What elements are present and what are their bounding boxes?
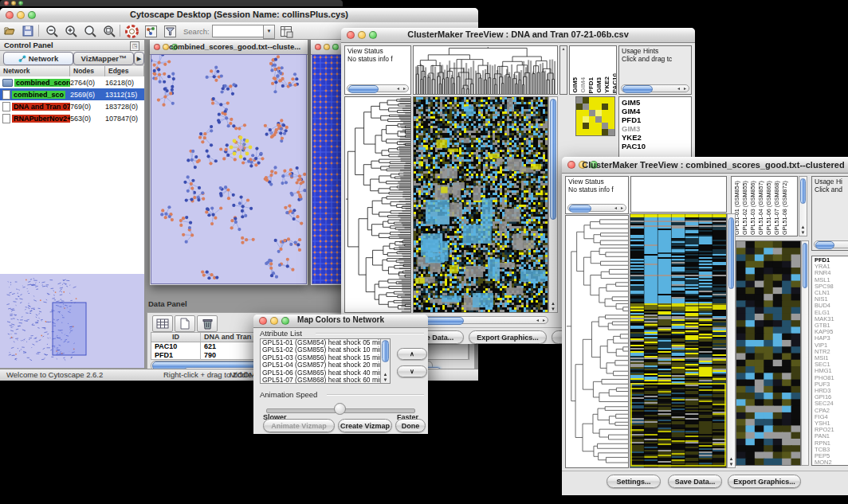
done-button[interactable]: Done — [395, 419, 426, 432]
col-nodes[interactable]: Nodes — [70, 66, 105, 76]
scrollbar-thumb[interactable] — [622, 85, 653, 93]
attribute-list-box[interactable]: GPL51-01 (GSM854) heat shock 05 minGPL51… — [260, 338, 391, 384]
minimize-icon[interactable] — [163, 44, 169, 50]
animate-vizmap-button[interactable]: Animate Vizmap — [263, 419, 335, 432]
tv2-gene-list[interactable]: PFD1YRA1RNR4MSL1SPC98CLN1NIS1BUD4ELG1MAK… — [811, 256, 848, 466]
scrollbar-thumb[interactable] — [569, 205, 591, 213]
move-up-button[interactable]: ∧ — [397, 348, 427, 360]
new-attribute-icon[interactable] — [175, 315, 195, 332]
attribute-table-icon[interactable] — [279, 24, 293, 38]
float-panel-icon[interactable]: ◳ — [130, 41, 139, 51]
zoom-icon[interactable] — [18, 1, 23, 6]
column-label: GPL51-07 (GSM868) — [773, 181, 780, 235]
scrollbar-thumb[interactable] — [803, 243, 807, 288]
treeview1-titlebar[interactable]: ClusterMaker TreeView : DNA and Tran 07-… — [341, 28, 695, 43]
save-icon[interactable] — [21, 24, 35, 38]
network-canvas-container — [151, 54, 307, 284]
gene-label: GIM3 — [622, 124, 691, 133]
zoom-icon[interactable] — [332, 44, 339, 50]
scrollbar-thumb[interactable] — [728, 217, 734, 289]
tv1-mini-matrix-canvas[interactable] — [576, 97, 614, 135]
tv2-zoom-heatmap-canvas[interactable] — [736, 241, 800, 465]
attribute-list-vscrollbar[interactable]: ▲▼ — [380, 339, 390, 383]
network-list-empty-area — [0, 124, 144, 275]
filter-icon[interactable] — [163, 24, 177, 38]
move-down-button[interactable]: ∨ — [397, 365, 427, 377]
tv1-heatmap-vscrollbar[interactable]: ▲▼ — [548, 96, 558, 313]
tv2-zoom-vscrollbar[interactable] — [801, 240, 809, 466]
tv2-status-hscrollbar[interactable]: ◂▸ — [567, 204, 626, 212]
window-controls[interactable] — [4, 1, 23, 6]
tv1-bottom-hscrollbar[interactable]: ◂▸ — [413, 316, 548, 324]
settings-button[interactable]: Settings... — [607, 475, 661, 488]
tab-network[interactable]: Network — [3, 52, 73, 65]
tv1-column-dendrogram-canvas[interactable] — [414, 46, 557, 94]
help-lifering-icon[interactable] — [124, 24, 139, 38]
scrollbar-thumb[interactable] — [815, 241, 834, 249]
zoom-fit-icon[interactable] — [102, 24, 116, 38]
scrollbar-thumb[interactable] — [800, 178, 806, 204]
network-view-icon[interactable] — [143, 24, 158, 38]
save-data-label: Save Data... — [675, 478, 716, 486]
main-titlebar[interactable]: Cytoscape Desktop (Session Name: collins… — [0, 8, 478, 23]
tv1-column-labels: GIM5GIM4PFD1GIM3YKE2PAC10 — [571, 45, 617, 93]
zoom-selected-icon[interactable] — [83, 24, 97, 38]
delete-attribute-trash-icon[interactable] — [197, 315, 218, 332]
toolbar-separator — [38, 25, 39, 37]
scrollbar-thumb[interactable] — [550, 99, 556, 220]
close-icon[interactable] — [154, 44, 160, 50]
tv1-row-dendrogram-canvas[interactable] — [345, 97, 410, 312]
search-dropdown-icon[interactable]: ▼ — [263, 25, 275, 39]
col-edges[interactable]: Edges — [105, 66, 144, 76]
main-window-title: Cytoscape Desktop (Session Name: collins… — [0, 10, 478, 19]
col-id[interactable]: ID — [151, 333, 201, 342]
network-tab-icon — [18, 55, 26, 63]
status-pan-hint: Middle- — [230, 370, 254, 379]
tv2-hints-hscrollbar[interactable] — [814, 240, 848, 248]
tv1-mini-vscrollbar[interactable]: ▲ — [559, 45, 567, 95]
tab-overflow-arrow[interactable]: ▶ — [134, 52, 144, 65]
export-graphics-button[interactable]: Export Graphics... — [469, 330, 547, 344]
tv2-labels-vscrollbar[interactable]: ▲▼ — [799, 176, 807, 236]
export-graphics-button[interactable]: Export Graphics... — [728, 475, 801, 488]
dialog-titlebar[interactable]: Map Colors to Network — [253, 315, 428, 328]
animation-speed-slider-thumb[interactable] — [334, 403, 346, 415]
col-network[interactable]: Network — [0, 66, 70, 76]
tv2-heatmap-vscrollbar[interactable]: ▲▼ — [727, 213, 736, 468]
node-count: 769(0) — [70, 103, 105, 111]
attribute-item[interactable]: GPL51-07 (GSM868) heat shock 60 min — [261, 377, 390, 384]
zoom-out-icon[interactable] — [45, 24, 59, 38]
tv1-hints-hscrollbar[interactable]: ◂▸ — [621, 84, 689, 92]
scrollbar-thumb[interactable] — [382, 340, 389, 362]
network-window-titlebar[interactable]: combined_scores_good.txt--cluste... — [150, 40, 308, 55]
select-attributes-icon[interactable] — [152, 315, 173, 332]
tv1-heatmap-canvas[interactable] — [414, 97, 548, 312]
save-data-button[interactable]: Save Data... — [668, 475, 722, 488]
create-vizmap-button[interactable]: Create Vizmap — [338, 419, 392, 432]
network-tree-row[interactable]: DNA and Tran 07769(0)183728(0) — [0, 100, 144, 112]
open-file-icon[interactable] — [3, 24, 18, 38]
control-panel: Control Panel ◳ Network VizMapper™ ▶ Net… — [0, 40, 145, 369]
network-tree-row[interactable]: combined_sco2569(6)13112(15) — [0, 88, 144, 100]
view-status-text: No status info f — [347, 55, 393, 63]
treeview2-titlebar[interactable]: ClusterMaker TreeView : combined_scores_… — [562, 157, 848, 174]
birdseye-view[interactable] — [0, 274, 144, 369]
tv2-heatmap-canvas[interactable] — [630, 214, 726, 467]
treeview2-title: ClusterMaker TreeView : combined_scores_… — [562, 160, 848, 170]
network-tree-row[interactable]: RNAPuberNov2+563(0)107847(0) — [0, 112, 144, 124]
network-tree-row[interactable]: combined_scores2764(0)16218(0) — [0, 76, 144, 88]
scrollbar-thumb[interactable] — [348, 85, 379, 93]
tv2-row-dendrogram-canvas[interactable] — [566, 216, 628, 467]
close-icon[interactable] — [315, 44, 321, 50]
minimize-icon[interactable] — [11, 1, 16, 6]
background-window-titlebar — [0, 0, 343, 6]
tv1-status-hscrollbar[interactable]: ◂▸ — [347, 84, 409, 92]
network-graph-canvas[interactable] — [151, 55, 306, 283]
window-controls[interactable] — [315, 44, 339, 50]
tab-vizmapper[interactable]: VizMapper™ — [73, 52, 134, 65]
zoom-in-icon[interactable] — [64, 24, 78, 38]
close-icon[interactable] — [4, 1, 9, 6]
network-table-header: Network Nodes Edges — [0, 66, 144, 77]
search-input[interactable] — [212, 25, 266, 37]
minimize-icon[interactable] — [324, 44, 330, 50]
